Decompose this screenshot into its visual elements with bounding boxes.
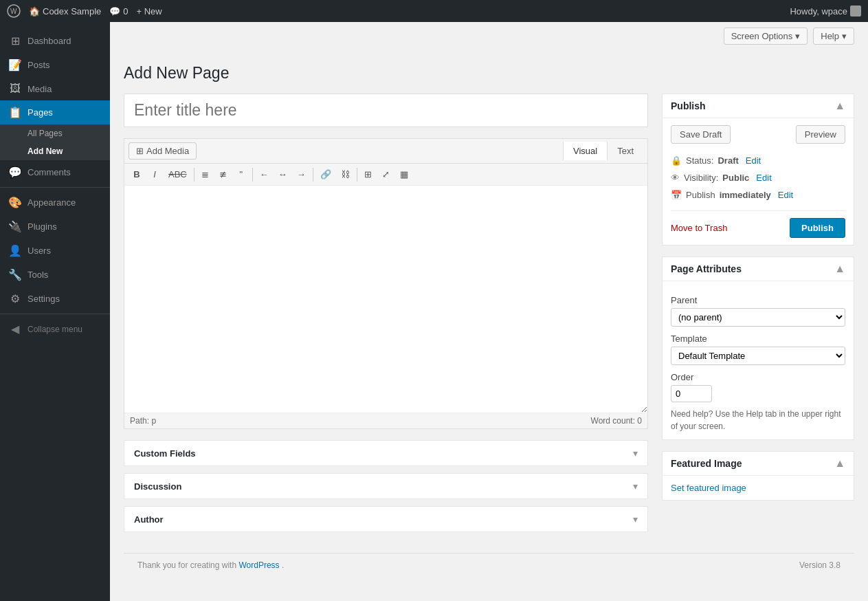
order-input[interactable] [671,385,712,402]
featured-image-toggle-icon: ▲ [834,457,845,470]
unlink-button[interactable]: ⛓ [337,166,354,182]
publish-box-header[interactable]: Publish ▲ [663,94,854,118]
parent-label: Parent [671,295,845,305]
users-icon: 👤 [8,244,22,257]
wp-editor-wrap: ⊞ Add Media Visual Text B [124,138,648,429]
visibility-icon: 👁 [671,173,680,183]
pages-icon: 📋 [8,106,22,119]
admin-bar: W 🏠 Codex Sample 💬 0 + New Howdy, wpace [0,0,868,22]
publish-footer: Move to Trash Publish [671,210,845,238]
sidebar-item-users[interactable]: 👤 Users [0,239,110,263]
author-box: Author ▾ [124,506,648,532]
custom-fields-header[interactable]: Custom Fields ▾ [124,441,647,466]
toolbar-separator-2 [252,168,253,182]
plugins-icon: 🔌 [8,220,22,233]
sidebar-item-appearance[interactable]: 🎨 Appearance [0,190,110,215]
discussion-box: Discussion ▾ [124,473,648,499]
add-media-button[interactable]: ⊞ Add Media [129,142,197,160]
editor-tabs: Visual Text [563,142,643,160]
submenu-all-pages[interactable]: All Pages [0,124,110,142]
publish-time-row: 📅 Publish immediately Edit [671,186,845,204]
content-editor[interactable] [124,186,647,413]
screen-options-button[interactable]: Screen Options ▾ [724,28,808,45]
comments-icon: 💬 [8,166,22,179]
sidebar-item-plugins[interactable]: 🔌 Plugins [0,215,110,239]
editor-toolbar: B I ABC ≣ ≢ [124,164,647,186]
status-row: 🔒 Status: Draft Edit [671,152,845,169]
move-to-trash-link[interactable]: Move to Trash [671,223,727,233]
svg-text:W: W [10,8,17,15]
toolbar-separator-4 [357,168,357,182]
publish-actions-top: Save Draft Preview [671,125,845,144]
editor-statusbar: Path: p Word count: 0 [124,413,647,428]
ol-button[interactable]: ≢ [215,166,232,182]
sidebar-item-settings[interactable]: ⚙ Settings [0,287,110,311]
parent-select[interactable]: (no parent) [671,308,845,327]
visibility-edit-link[interactable]: Edit [756,173,771,183]
align-right-button[interactable]: → [293,166,310,182]
featured-image-header[interactable]: Featured Image ▲ [663,452,854,476]
author-header[interactable]: Author ▾ [124,507,647,532]
publish-box-body: Save Draft Preview 🔒 Status: Draft Edit [663,118,854,245]
sidebar-item-comments[interactable]: 💬 Comments [0,160,110,184]
page-attributes-toggle-icon: ▲ [834,263,845,275]
toggle-toolbar-button[interactable]: ▦ [396,166,412,182]
footer-version: Version 3.8 [799,560,841,570]
sidebar-item-posts[interactable]: 📝 Posts [0,53,110,77]
collapse-menu[interactable]: ◀ Collapse menu [0,317,110,341]
discussion-header[interactable]: Discussion ▾ [124,474,647,499]
preview-button[interactable]: Preview [796,125,845,144]
sidebar-item-media[interactable]: 🖼 Media [0,77,110,100]
adminbar-howdy[interactable]: Howdy, wpace [790,6,861,17]
align-center-button[interactable]: ↔ [274,166,291,182]
page-content: Add New Page ⊞ Add Media [110,50,868,591]
strikethrough-button[interactable]: ABC [164,166,191,182]
publish-toggle-icon: ▲ [834,100,845,112]
adminbar-site-name[interactable]: 🏠 Codex Sample [29,6,101,17]
status-icon: 🔒 [671,155,682,166]
italic-button[interactable]: I [146,166,163,182]
bold-button[interactable]: B [129,166,145,182]
publish-box: Publish ▲ Save Draft Preview [662,94,854,245]
publish-button[interactable]: Publish [790,218,845,238]
page-title-input[interactable] [124,94,648,127]
admin-sidebar: ⊞ Dashboard 📝 Posts 🖼 Media 📋 Pages All … [0,22,110,601]
link-button[interactable]: 🔗 [316,166,335,182]
post-editor-layout: ⊞ Add Media Visual Text B [124,94,854,539]
template-select[interactable]: Default Template [671,347,845,365]
menu-separator [0,187,110,188]
status-edit-link[interactable]: Edit [746,155,761,166]
featured-image-body: Set featured image [663,476,854,500]
set-featured-image-link[interactable]: Set featured image [671,483,746,493]
sidebar-item-tools[interactable]: 🔧 Tools [0,263,110,287]
submenu-add-new[interactable]: Add New [0,142,110,160]
save-draft-button[interactable]: Save Draft [671,125,731,144]
order-label: Order [671,372,845,382]
page-attributes-body: Parent (no parent) Template Default Temp… [663,281,854,439]
post-body-content: ⊞ Add Media Visual Text B [124,94,648,539]
media-icon: 🖼 [8,83,22,95]
sidebar-item-pages[interactable]: 📋 Pages [0,100,110,124]
align-left-button[interactable]: ← [256,166,273,182]
page-attributes-header[interactable]: Page Attributes ▲ [663,257,854,281]
adminbar-wp-logo[interactable]: W [7,4,21,18]
adminbar-comments[interactable]: 💬 0 [109,6,128,17]
insert-table-button[interactable]: ⊞ [360,166,377,182]
collapse-icon: ◀ [8,323,22,336]
footer-thank-you: Thank you for creating with WordPress . [137,560,284,570]
sidebar-panels: Publish ▲ Save Draft Preview [662,94,854,512]
appearance-icon: 🎨 [8,196,22,209]
sidebar-item-dashboard[interactable]: ⊞ Dashboard [0,29,110,53]
publish-time-edit-link[interactable]: Edit [778,190,793,200]
attributes-help-text: Need help? Use the Help tab in the upper… [671,408,845,433]
fullscreen-button[interactable]: ⤢ [378,166,394,182]
adminbar-new[interactable]: + New [137,6,162,17]
chevron-down-icon: ▾ [795,31,800,41]
help-button[interactable]: Help ▾ [813,28,854,45]
blockquote-button[interactable]: " [233,166,249,182]
ul-button[interactable]: ≣ [197,166,214,182]
tab-visual[interactable]: Visual [563,142,607,160]
tab-text[interactable]: Text [607,142,643,160]
posts-icon: 📝 [8,58,22,72]
footer-wp-link[interactable]: WordPress [238,560,279,570]
